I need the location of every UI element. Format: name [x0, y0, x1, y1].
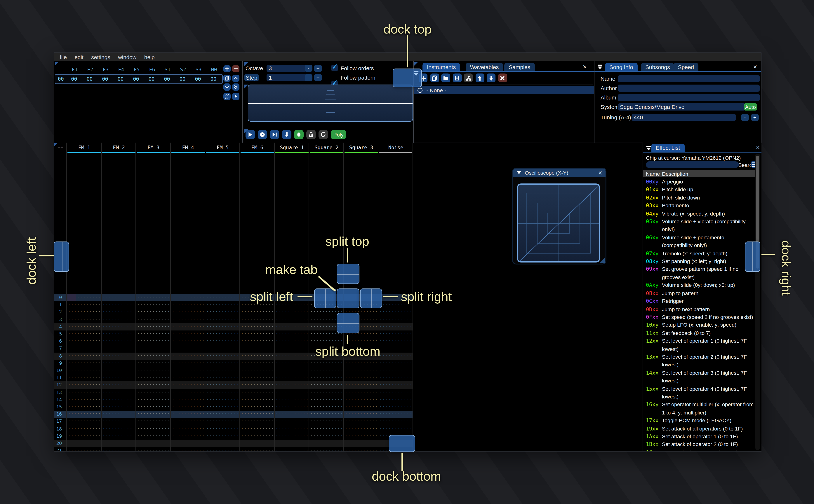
- pattern-cell[interactable]: ···········: [379, 396, 413, 403]
- order-edit-mode-button[interactable]: [232, 93, 239, 100]
- pattern-cell[interactable]: ···········: [172, 338, 205, 345]
- repeat-pattern-button[interactable]: [318, 130, 328, 139]
- close-icon[interactable]: ×: [756, 145, 760, 150]
- pattern-cell[interactable]: ···········: [172, 367, 205, 374]
- close-icon[interactable]: ×: [583, 64, 587, 70]
- pattern-cell[interactable]: ···········: [379, 345, 413, 352]
- effect-row[interactable]: 0DxxJump to next pattern: [646, 305, 755, 313]
- pattern-cell[interactable]: ···········: [68, 381, 101, 389]
- poly-button[interactable]: Poly: [331, 130, 346, 139]
- pattern-cell[interactable]: ···········: [172, 352, 205, 360]
- pattern-cell[interactable]: ···········: [68, 352, 101, 360]
- effect-row[interactable]: 01xxPitch slide up: [646, 186, 755, 194]
- channel-header-square-3[interactable]: Square 3: [344, 144, 378, 151]
- pattern-cell[interactable]: ···········: [379, 374, 413, 382]
- step-input[interactable]: 1: [266, 74, 306, 81]
- pattern-cell[interactable]: ···········: [137, 389, 170, 396]
- pattern-cell[interactable]: ···········: [103, 316, 136, 323]
- pattern-cell[interactable]: ···········: [172, 330, 205, 338]
- order-cell[interactable]: 00: [159, 76, 175, 82]
- octave-increase-button[interactable]: +: [314, 65, 322, 72]
- pattern-cell[interactable]: ···········: [68, 411, 101, 418]
- effect-row[interactable]: 05xyVolume slide + vibrato (compatibilit…: [646, 218, 755, 234]
- pattern-cell[interactable]: ···········: [241, 374, 274, 382]
- pattern-cell[interactable]: ···········: [103, 309, 136, 316]
- menu-item-settings[interactable]: settings: [87, 54, 114, 60]
- tab-samples[interactable]: Samples: [504, 63, 535, 71]
- pattern-cell[interactable]: ···········: [68, 323, 101, 330]
- tab-instruments[interactable]: Instruments: [423, 63, 460, 71]
- split-right-target[interactable]: [360, 288, 382, 308]
- pattern-cell[interactable]: ···········: [276, 367, 309, 374]
- pattern-cell[interactable]: ···········: [310, 381, 343, 389]
- deep-clone-order-button[interactable]: [223, 93, 231, 100]
- effect-row[interactable]: 15xxSet level of operator 4 (0 highest, …: [646, 385, 755, 401]
- pattern-cell[interactable]: ···········: [103, 323, 136, 330]
- pattern-cell[interactable]: ···········: [137, 352, 170, 360]
- pattern-cell[interactable]: ···········: [103, 447, 136, 451]
- menu-item-help[interactable]: help: [140, 54, 158, 60]
- tab-song-info[interactable]: Song Info: [605, 63, 637, 71]
- orders-column-S3[interactable]: S3: [191, 67, 206, 72]
- menu-item-window[interactable]: window: [114, 54, 140, 60]
- pattern-cell[interactable]: ···········: [172, 433, 205, 440]
- order-cell[interactable]: 00: [113, 76, 128, 82]
- pattern-cell[interactable]: ···········: [68, 345, 101, 352]
- pattern-cell[interactable]: ···········: [276, 403, 309, 411]
- pattern-cell[interactable]: ···········: [103, 411, 136, 418]
- pattern-cell[interactable]: ···········: [310, 389, 343, 396]
- pattern-cell[interactable]: ···········: [103, 301, 136, 309]
- pattern-cell[interactable]: ···········: [276, 389, 309, 396]
- split-left-target[interactable]: [314, 288, 336, 308]
- pattern-cell[interactable]: ···········: [68, 403, 101, 411]
- pattern-cell[interactable]: ···········: [276, 316, 309, 323]
- pattern-cell[interactable]: ···········: [241, 367, 274, 374]
- pattern-cell[interactable]: ···········: [103, 294, 136, 301]
- pattern-cell[interactable]: ···········: [103, 433, 136, 440]
- effect-row[interactable]: 09xxSet groove pattern (speed 1 if no gr…: [646, 265, 755, 281]
- pattern-cell[interactable]: ···········: [137, 403, 170, 411]
- follow-orders-checkbox[interactable]: [331, 65, 338, 71]
- effect-row[interactable]: 0AxyVolume slide (0y: down; x0: up): [646, 281, 755, 289]
- pattern-cell[interactable]: ···········: [172, 389, 205, 396]
- pattern-cell[interactable]: ···········: [206, 389, 240, 396]
- pattern-cell[interactable]: ···········: [276, 345, 309, 352]
- dock-left-target[interactable]: [54, 242, 69, 272]
- pattern-cell[interactable]: ···········: [379, 360, 413, 367]
- pattern-cell[interactable]: ···········: [379, 425, 413, 433]
- pattern-cell[interactable]: ···········: [172, 345, 205, 352]
- pattern-cell[interactable]: ···········: [241, 440, 274, 447]
- pattern-cell[interactable]: ···········: [206, 403, 240, 411]
- album-input[interactable]: [618, 94, 760, 101]
- pattern-cell[interactable]: ···········: [276, 396, 309, 403]
- move-instrument-up-button[interactable]: [476, 74, 484, 82]
- split-top-target[interactable]: [337, 264, 359, 284]
- effect-list-scrollbar[interactable]: [755, 154, 760, 450]
- orders-column-N0[interactable]: N0: [206, 67, 222, 72]
- pattern-cell[interactable]: ···········: [206, 352, 240, 360]
- pattern-cell[interactable]: ···········: [137, 433, 170, 440]
- channel-header-fm-6[interactable]: FM 6: [240, 144, 275, 151]
- pattern-cell[interactable]: ···········: [206, 345, 240, 352]
- pattern-cell[interactable]: ···········: [68, 425, 101, 433]
- pattern-cell[interactable]: ···········: [172, 309, 205, 316]
- split-bottom-target[interactable]: [337, 313, 359, 333]
- pattern-cell[interactable]: ···········: [310, 360, 343, 367]
- metronome-button[interactable]: [306, 130, 316, 139]
- channel-header-square-2[interactable]: Square 2: [309, 144, 344, 151]
- effect-row[interactable]: 0BxxJump to pattern: [646, 289, 755, 297]
- pattern-cell[interactable]: ···········: [206, 447, 240, 451]
- pattern-cell[interactable]: ···········: [137, 301, 170, 309]
- pattern-cell[interactable]: ···········: [68, 396, 101, 403]
- pattern-cell[interactable]: ···········: [206, 411, 240, 418]
- system-input[interactable]: Sega Genesis/Mega Drive: [618, 103, 746, 111]
- pattern-cell[interactable]: ···········: [172, 411, 205, 418]
- pattern-cell[interactable]: ···········: [172, 403, 205, 411]
- tab-subsongs[interactable]: Subsongs: [641, 63, 674, 71]
- pattern-cell[interactable]: ···········: [345, 381, 378, 389]
- close-icon[interactable]: ×: [598, 170, 602, 176]
- tab-effect-list[interactable]: Effect List: [651, 144, 684, 152]
- pattern-cell[interactable]: ···········: [241, 418, 274, 425]
- pattern-cell[interactable]: ···········: [379, 367, 413, 374]
- tuning-decrease-button[interactable]: -: [741, 114, 749, 121]
